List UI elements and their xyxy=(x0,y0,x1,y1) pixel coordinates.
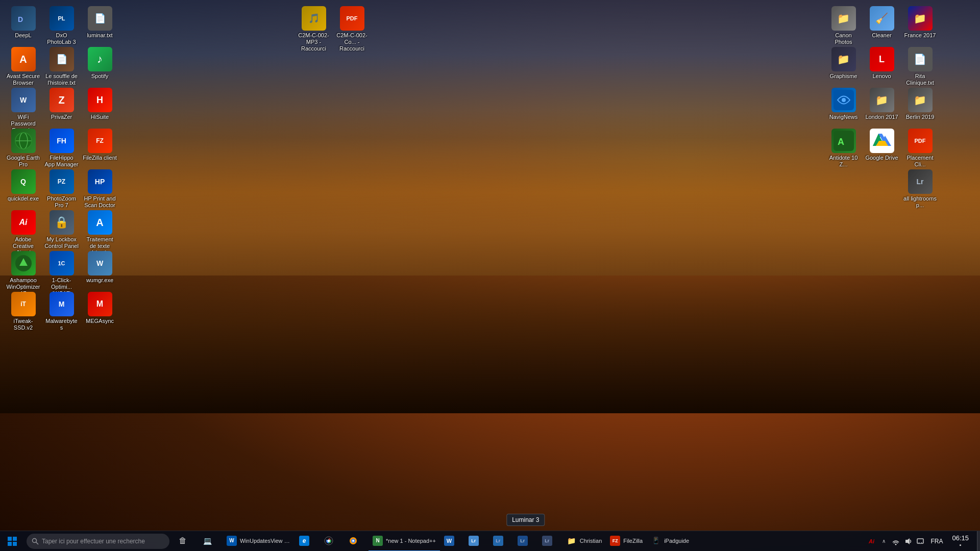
icon-mega[interactable]: M MEGAsync xyxy=(81,290,119,327)
icon-berlin[interactable]: 📁 Berlin 2019 xyxy=(901,86,939,122)
placement-label: Placement Cli... xyxy=(903,155,937,168)
lenovo-icon: L xyxy=(870,47,894,71)
dxo-icon: PL xyxy=(50,6,74,31)
tray-message-icon[interactable] xyxy=(915,531,925,552)
icon-spotify[interactable]: ♪ Spotify xyxy=(81,45,119,82)
hisuite-label: HiSuite xyxy=(91,114,109,120)
tray-network-icon[interactable] xyxy=(891,531,901,552)
icon-london[interactable]: 📁 London 2017 xyxy=(863,86,901,122)
taskbar-item-chrome[interactable] xyxy=(320,531,344,552)
taskbar-item-lr3[interactable]: Lr Luminar 3 xyxy=(513,531,538,552)
icon-photozoom[interactable]: PZ PhotoZoom Pro 7 xyxy=(42,167,81,211)
icon-filezilla[interactable]: FZ FileZilla client xyxy=(81,127,119,163)
icon-tweak[interactable]: iT iTweak-SSD.v2 xyxy=(4,290,42,333)
icon-france[interactable]: 📁 France 2017 xyxy=(901,4,939,41)
photozoom-label: PhotoZoom Pro 7 xyxy=(44,195,79,209)
c2m2-label: C2M-C-002-Co... - Raccourci xyxy=(335,32,369,53)
hisuite-icon: H xyxy=(88,88,112,112)
icon-rita[interactable]: 📄 Rita Clinique.txt xyxy=(901,45,939,88)
show-desktop-button[interactable] xyxy=(977,531,980,552)
wifi-icon: W xyxy=(11,88,36,112)
ipad-label: iPadguide xyxy=(664,538,689,544)
taskbar-item-notepad[interactable]: N *new 1 - Notepad++ xyxy=(369,531,440,552)
icon-lockbox[interactable]: 🔒 My Lockbox Control Panel xyxy=(42,208,81,252)
france-icon: 📁 xyxy=(908,6,933,31)
svg-line-19 xyxy=(36,542,39,544)
atlantis-icon: A xyxy=(88,210,112,235)
icon-lenovo[interactable]: L Lenovo xyxy=(863,45,901,82)
icon-hisuite[interactable]: H HiSuite xyxy=(81,86,119,122)
filezilla-label: FileZilla client xyxy=(83,155,117,161)
tray-ai-icon[interactable]: Ai xyxy=(866,531,876,552)
icon-canon[interactable]: 📁 Canon Photos xyxy=(824,4,863,47)
hp-label: HP Print and Scan Doctor xyxy=(83,195,117,209)
icon-quickdel[interactable]: Q quickdel.exe xyxy=(4,167,42,204)
icon-gearth[interactable]: Google Earth Pro xyxy=(4,127,42,170)
antidote-icon: A xyxy=(831,129,856,153)
corbeille-icon: 🗑 xyxy=(178,536,188,546)
c2m1-label: C2M-C-002-MP3 - Raccourci xyxy=(297,32,331,53)
taskbar-item-ipad[interactable]: 📱 iPadguide xyxy=(647,531,693,552)
gearth-label: Google Earth Pro xyxy=(6,155,40,168)
icon-c2m1[interactable]: 🎵 C2M-C-002-MP3 - Raccourci xyxy=(295,4,333,55)
taskbar-item-pc[interactable]: 💻 xyxy=(198,531,223,552)
start-button[interactable] xyxy=(0,531,24,552)
icon-filehippo[interactable]: FH FileHippo App Manager xyxy=(42,127,81,170)
antidote-label: Antidote 10 Z... xyxy=(826,155,861,168)
taskbar: Taper ici pour effectuer une recherche 🗑… xyxy=(0,531,980,551)
c2m1-icon: 🎵 xyxy=(302,6,326,31)
photozoom-icon: PZ xyxy=(50,169,74,194)
lockbox-icon: 🔒 xyxy=(50,210,74,235)
icon-souffle[interactable]: 📄 Le souffle de l'histoire.txt xyxy=(42,45,81,88)
filezilla-icon: FZ xyxy=(88,129,112,153)
notepad-label: *new 1 - Notepad++ xyxy=(386,538,436,544)
icon-hp[interactable]: HP HP Print and Scan Doctor xyxy=(81,167,119,211)
tray-expand-icon[interactable]: ∧ xyxy=(878,531,889,552)
taskbar-item-lr2[interactable]: Lr xyxy=(489,531,513,552)
ashampoo-icon xyxy=(11,251,36,276)
berlin-icon: 📁 xyxy=(908,88,933,112)
svg-text:A: A xyxy=(838,137,844,147)
language-indicator[interactable]: FRA xyxy=(927,538,946,545)
wumgr-label: wumgr.exe xyxy=(86,277,113,284)
icon-lightroom[interactable]: Lr all lightrooms p... xyxy=(901,167,939,211)
icon-luminar-txt[interactable]: 📄 luminar.txt xyxy=(81,4,119,41)
search-bar[interactable]: Taper ici pour effectuer une recherche xyxy=(27,534,169,549)
lenovo-label: Lenovo xyxy=(872,73,891,80)
icon-wumgr[interactable]: W wumgr.exe xyxy=(81,249,119,286)
tweak-label: iTweak-SSD.v2 xyxy=(6,318,40,331)
icon-privazr[interactable]: Z PrivaZer xyxy=(42,86,81,122)
taskbar-item-corbeille[interactable]: 🗑 xyxy=(174,531,198,552)
taskbar-item-firefox[interactable] xyxy=(344,531,369,552)
taskbar-item-lr1[interactable]: Lr xyxy=(464,531,489,552)
lr4-icon: Lr xyxy=(542,536,552,546)
svg-rect-14 xyxy=(8,537,12,541)
taskbar-item-christian[interactable]: 📁 Christian xyxy=(562,531,606,552)
icon-c2m2[interactable]: PDF C2M-C-002-Co... - Raccourci xyxy=(333,4,371,55)
icon-deepl[interactable]: D DeepL xyxy=(4,4,42,41)
london-label: London 2017 xyxy=(865,114,898,120)
tray-sound-icon[interactable] xyxy=(903,531,913,552)
spotify-label: Spotify xyxy=(91,73,109,80)
icon-navnews[interactable]: NavigNews xyxy=(824,86,863,122)
clock[interactable]: 06:15 ▪ xyxy=(948,531,973,552)
icon-malware[interactable]: M Malwarebytes xyxy=(42,290,81,333)
taskbar-item-lr4[interactable]: Lr xyxy=(538,531,562,552)
taskbar-item-edge[interactable]: e xyxy=(295,531,320,552)
taskbar-item-filezilla[interactable]: FZ FileZilla xyxy=(606,531,647,552)
privazr-label: PrivaZer xyxy=(51,114,72,120)
icon-placement[interactable]: PDF Placement Cli... xyxy=(901,127,939,170)
taskbar-item-winupdates[interactable]: W WinUpdatesView | Fil... xyxy=(223,531,295,552)
svg-rect-15 xyxy=(13,537,17,541)
icon-cleaner[interactable]: 🧹 Cleaner xyxy=(863,4,901,41)
icon-antidote[interactable]: A Antidote 10 Z... xyxy=(824,127,863,170)
gdrive-label: Google Drive xyxy=(865,155,898,161)
svg-text:D: D xyxy=(18,15,23,23)
icon-gdrive[interactable]: Google Drive xyxy=(863,127,901,163)
desktop[interactable]: D DeepL PL DxO PhotoLab 3 📄 luminar.txt … xyxy=(0,0,980,531)
icon-dxo[interactable]: PL DxO PhotoLab 3 xyxy=(42,4,81,47)
taskbar-item-word[interactable]: W xyxy=(440,531,464,552)
icon-graphisme[interactable]: 📁 Graphisme xyxy=(824,45,863,82)
icon-avast[interactable]: A Avast Secure Browser xyxy=(4,45,42,88)
graphisme-label: Graphisme xyxy=(830,73,857,80)
